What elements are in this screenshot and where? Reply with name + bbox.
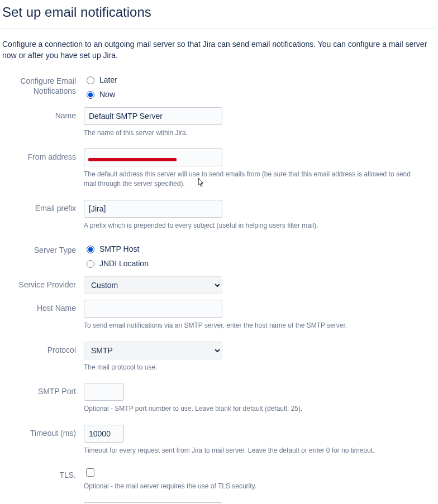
label-tls: TLS. (2, 467, 84, 480)
help-timeout: Timeout for every request sent from Jira… (84, 446, 413, 455)
help-from: The default address this server will use… (84, 170, 413, 189)
label-service-provider: Service Provider (2, 276, 84, 290)
help-port: Optional - SMTP port number to use. Leav… (84, 404, 413, 414)
help-tls: Optional - the mail server requires the … (84, 482, 413, 491)
label-configure: Configure Email Notifications (2, 73, 84, 96)
timeout-input[interactable] (84, 425, 124, 443)
radio-smtp-host-label: SMTP Host (99, 244, 139, 253)
label-timeout: Timeout (ms) (2, 425, 84, 438)
radio-jndi[interactable] (87, 260, 94, 268)
tls-checkbox[interactable] (86, 468, 94, 477)
from-input[interactable] (84, 148, 222, 166)
label-host: Host Name (2, 300, 84, 313)
radio-later-label: Later (99, 75, 117, 84)
redacted-overlay (88, 158, 177, 161)
divider (2, 28, 436, 28)
label-prefix: Email prefix (2, 200, 84, 213)
host-input[interactable] (84, 300, 222, 318)
prefix-input[interactable] (84, 200, 222, 218)
help-host: To send email notifications via an SMTP … (84, 321, 413, 330)
page-title: Set up email notifications (2, 4, 436, 20)
help-prefix: A prefix which is prepended to every sub… (84, 221, 413, 231)
radio-now-label: Now (99, 90, 115, 99)
radio-later[interactable] (87, 76, 94, 84)
help-name: The name of this server within Jira. (84, 128, 413, 138)
radio-now[interactable] (87, 91, 94, 99)
label-protocol: Protocol (2, 342, 84, 355)
radio-smtp-host[interactable] (87, 246, 94, 253)
service-provider-select[interactable]: Custom (84, 276, 222, 294)
label-name: Name (2, 107, 84, 121)
port-input[interactable] (84, 383, 124, 401)
label-server-type: Server Type (2, 242, 84, 255)
intro-text: Configure a connection to an outgoing ma… (2, 39, 436, 61)
radio-jndi-label: JNDI Location (99, 259, 149, 268)
protocol-select[interactable]: SMTP (84, 342, 222, 359)
label-port: SMTP Port (2, 383, 84, 396)
label-from: From address (2, 148, 84, 162)
help-protocol: The mail protocol to use. (84, 363, 413, 372)
name-input[interactable] (84, 107, 222, 125)
